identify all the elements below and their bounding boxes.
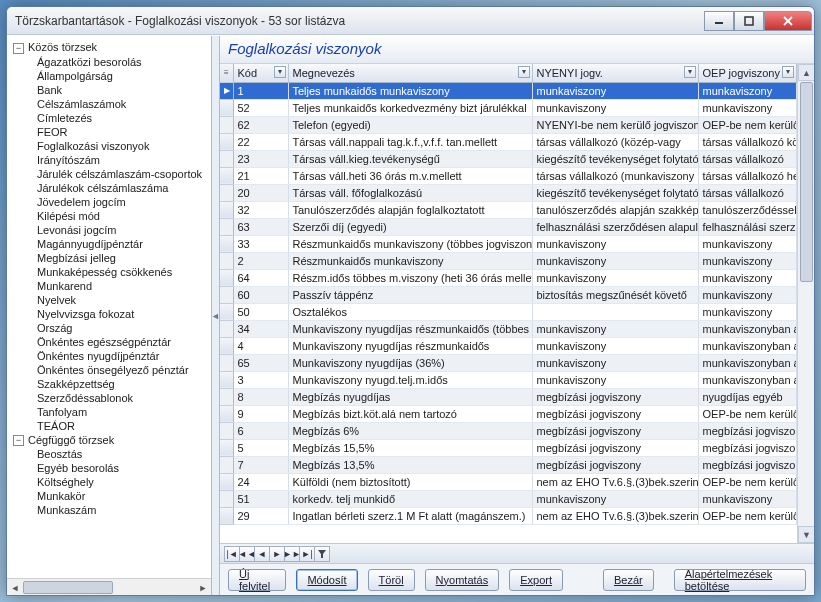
tree-view[interactable]: −Közös törzsekÁgazatközi besorolásÁllamp… (7, 36, 211, 578)
table-row[interactable]: 7Megbízás 13,5%megbízási jogviszonymegbí… (220, 456, 797, 473)
cell[interactable]: 9 (233, 405, 288, 422)
table-row[interactable]: 9Megbízás bizt.köt.alá nem tartozómegbíz… (220, 405, 797, 422)
cell[interactable]: megbízási jogviszony (698, 456, 797, 473)
modify-button[interactable]: Módosít (296, 569, 357, 591)
column-header[interactable]: Megnevezés▾ (288, 64, 532, 82)
cell[interactable]: Megbízás nyugdíjas (288, 388, 532, 405)
cell[interactable]: Külföldi (nem biztosított) (288, 473, 532, 490)
tree-item[interactable]: Ország (37, 321, 209, 335)
table-row[interactable]: 3Munkaviszony nyugd.telj.m.idősmunkavisz… (220, 371, 797, 388)
tree-item[interactable]: Egyéb besorolás (37, 461, 209, 475)
collapse-icon[interactable]: − (13, 43, 24, 54)
tree-item[interactable]: Magánnyugdíjpénztár (37, 237, 209, 251)
cell[interactable]: munkaviszony (532, 337, 698, 354)
cell[interactable]: munkaviszony (698, 490, 797, 507)
cell[interactable]: Munkaviszony nyugdíjas részmunkaidős (288, 337, 532, 354)
splitter[interactable]: ◄ (212, 36, 220, 595)
table-row[interactable]: 65Munkaviszony nyugdíjas (36%)munkaviszo… (220, 354, 797, 371)
load-defaults-button[interactable]: Alapértelmezések betöltése (674, 569, 806, 591)
cell[interactable]: OEP-be nem kerülő (698, 405, 797, 422)
cell[interactable]: Részm.idős többes m.viszony (heti 36 órá… (288, 269, 532, 286)
cell[interactable]: társas vállalkozó közép (698, 133, 797, 150)
cell[interactable]: munkaviszony (532, 252, 698, 269)
cell[interactable]: Passzív táppénz (288, 286, 532, 303)
tree-item[interactable]: Állampolgárság (37, 69, 209, 83)
delete-button[interactable]: Töröl (368, 569, 415, 591)
nav-filter-button[interactable] (314, 546, 330, 562)
table-row[interactable]: 22Társas váll.nappali tag.k.f.,v.f.f. ta… (220, 133, 797, 150)
minimize-button[interactable] (704, 11, 734, 31)
table-row[interactable]: 2Részmunkaidős munkaviszonymunkaviszonym… (220, 252, 797, 269)
cell[interactable]: nem az EHO Tv.6.§.(3)bek.szerinti (532, 507, 698, 524)
cell[interactable]: megbízási jogviszony (698, 439, 797, 456)
cell[interactable]: 29 (233, 507, 288, 524)
close-panel-button[interactable]: Bezár (603, 569, 654, 591)
cell[interactable]: munkaviszony (532, 320, 698, 337)
tree-item[interactable]: Kilépési mód (37, 209, 209, 223)
tree-item[interactable]: Foglalkozási viszonyok (37, 139, 209, 153)
tree-group[interactable]: −Cégfüggő törzsek (9, 433, 209, 448)
scroll-thumb[interactable] (800, 82, 813, 282)
tree-item[interactable]: Munkaszám (37, 503, 209, 517)
cell[interactable]: nem az EHO Tv.6.§.(3)bek.szerinti (532, 473, 698, 490)
export-button[interactable]: Export (509, 569, 563, 591)
cell[interactable]: Megbízás 6% (288, 422, 532, 439)
cell[interactable]: Megbízás 13,5% (288, 456, 532, 473)
cell[interactable]: megbízási jogviszony (698, 422, 797, 439)
tree-item[interactable]: Tanfolyam (37, 405, 209, 419)
cell[interactable]: munkaviszonyban áll (698, 371, 797, 388)
cell[interactable]: megbízási jogviszony (532, 456, 698, 473)
tree-item[interactable]: Szakképzettség (37, 377, 209, 391)
cell[interactable]: 64 (233, 269, 288, 286)
cell[interactable]: munkaviszony (698, 82, 797, 99)
cell[interactable]: társas vállalkozó heti (698, 167, 797, 184)
new-button[interactable]: Új felvitel (228, 569, 286, 591)
cell[interactable]: társas vállalkozó (közép-vagy (532, 133, 698, 150)
cell[interactable]: 8 (233, 388, 288, 405)
tree-item[interactable]: Célszámlaszámok (37, 97, 209, 111)
print-button[interactable]: Nyomtatás (425, 569, 500, 591)
close-button[interactable] (764, 11, 812, 31)
cell[interactable]: 4 (233, 337, 288, 354)
cell[interactable]: OEP-be nem kerülő (698, 507, 797, 524)
cell[interactable]: OEP-be nem kerülő (698, 116, 797, 133)
cell[interactable]: munkaviszony (532, 269, 698, 286)
cell[interactable]: nyugdíjas egyéb (698, 388, 797, 405)
cell[interactable]: Társas váll.kieg.tevékenységű (288, 150, 532, 167)
tree-item[interactable]: Járulékok célszámlaszáma (37, 181, 209, 195)
table-row[interactable]: 4Munkaviszony nyugdíjas részmunkaidősmun… (220, 337, 797, 354)
table-row[interactable]: 8Megbízás nyugdíjasmegbízási jogviszonyn… (220, 388, 797, 405)
cell[interactable]: 65 (233, 354, 288, 371)
table-row[interactable]: 32Tanulószerződés alapján foglalkoztatot… (220, 201, 797, 218)
cell[interactable]: Részmunkaidős munkaviszony (288, 252, 532, 269)
scroll-thumb[interactable] (23, 581, 113, 594)
cell[interactable]: biztosítás megszűnését követő (532, 286, 698, 303)
cell[interactable]: megbízási jogviszony (532, 422, 698, 439)
table-row[interactable]: 20Társas váll. főfoglalkozásúkiegészítő … (220, 184, 797, 201)
nav-prevpage-button[interactable]: ◄◄ (239, 546, 255, 562)
cell[interactable]: megbízási jogviszony (532, 405, 698, 422)
cell[interactable]: munkaviszony (532, 82, 698, 99)
cell[interactable]: Munkaviszony nyugdíjas (36%) (288, 354, 532, 371)
cell[interactable]: munkaviszony (532, 354, 698, 371)
tree-item[interactable]: TEÁOR (37, 419, 209, 433)
nav-last-button[interactable]: ►| (299, 546, 315, 562)
table-row[interactable]: 34Munkaviszony nyugdíjas részmunkaidős (… (220, 320, 797, 337)
cell[interactable]: 33 (233, 235, 288, 252)
cell[interactable]: 34 (233, 320, 288, 337)
table-row[interactable]: 62Telefon (egyedi)NYENYI-be nem kerülő j… (220, 116, 797, 133)
cell[interactable]: Megbízás 15,5% (288, 439, 532, 456)
cell[interactable]: kiegészítő tevékenységet folytató (532, 150, 698, 167)
maximize-button[interactable] (734, 11, 764, 31)
tree-item[interactable]: Önkéntes önsegélyező pénztár (37, 363, 209, 377)
cell[interactable]: munkaviszony (698, 99, 797, 116)
table-row[interactable]: 64Részm.idős többes m.viszony (heti 36 ó… (220, 269, 797, 286)
cell[interactable]: 63 (233, 218, 288, 235)
cell[interactable]: 62 (233, 116, 288, 133)
nav-nextpage-button[interactable]: ►► (284, 546, 300, 562)
tree-item[interactable]: Költséghely (37, 475, 209, 489)
tree-item[interactable]: Nyelvvizsga fokozat (37, 307, 209, 321)
table-row[interactable]: 5Megbízás 15,5%megbízási jogviszonymegbí… (220, 439, 797, 456)
tree-item[interactable]: Járulék célszámlaszám-csoportok (37, 167, 209, 181)
nav-prev-button[interactable]: ◄ (254, 546, 270, 562)
